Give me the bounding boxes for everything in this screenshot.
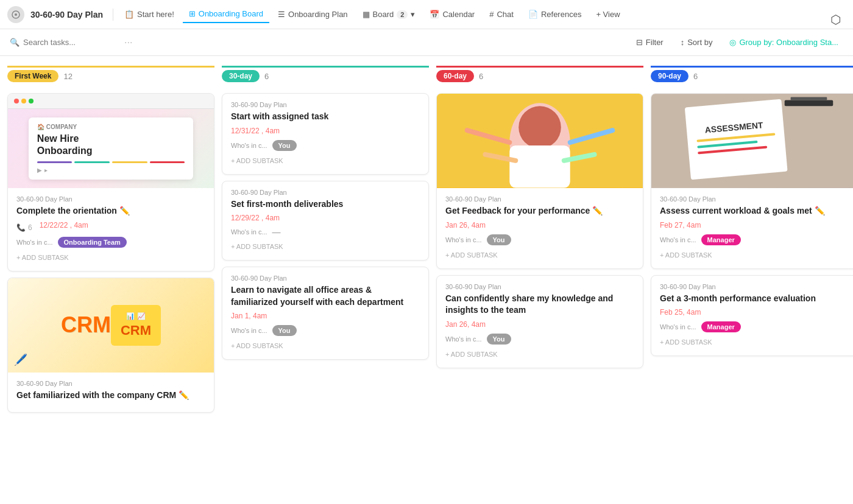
app-icon bbox=[7, 6, 24, 23]
card-fw2-body: 30-60-90 Day Plan Get familiarized with … bbox=[8, 373, 214, 413]
search-input[interactable] bbox=[23, 38, 121, 47]
card-td2-meta: Who's in c... — bbox=[231, 227, 420, 237]
card-sd1-date: Jan 26, 4am bbox=[445, 221, 634, 229]
card-td1-date: 12/31/22 , 4am bbox=[231, 127, 420, 135]
card-td3-body: 30-60-90 Day Plan Learn to navigate all … bbox=[222, 267, 428, 359]
nav-chat-label: Chat bbox=[497, 10, 513, 19]
column-30day: 30-day 6 30-60-90 Day Plan Start with as… bbox=[222, 66, 429, 360]
whos-in-label-sd2: Who's in c... bbox=[445, 335, 482, 343]
nav-onboarding-plan[interactable]: ☰ Onboarding Plan bbox=[272, 6, 354, 23]
column-header-first-week: First Week 12 bbox=[7, 66, 214, 87]
group-by-button[interactable]: ◎ Group by: Onboarding Sta... bbox=[724, 35, 843, 49]
group-by-label: Group by: Onboarding Sta... bbox=[739, 38, 838, 47]
nav-onboarding-board[interactable]: ⊞ Onboarding Board bbox=[183, 5, 269, 23]
card-sd2-meta: Who's in c... You bbox=[445, 334, 634, 345]
card-nd1[interactable]: ASSESSMENT 30-60-90 Day Plan Assess curr… bbox=[651, 93, 853, 269]
whos-in-label-sd1: Who's in c... bbox=[445, 236, 482, 243]
svg-rect-16 bbox=[785, 100, 834, 106]
search-icon: 🔍 bbox=[10, 38, 19, 47]
whos-in-label-td3: Who's in c... bbox=[231, 327, 267, 334]
assignee-dash-td2: — bbox=[272, 227, 281, 237]
nav-calendar[interactable]: 📅 Calendar bbox=[423, 6, 481, 23]
card-td3-project: 30-60-90 Day Plan bbox=[231, 275, 420, 282]
column-count-30day: 6 bbox=[264, 72, 269, 81]
sort-button[interactable]: ↕ Sort by bbox=[676, 35, 718, 49]
card-nd2[interactable]: 30-60-90 Day Plan Get a 3-month performa… bbox=[651, 275, 853, 357]
company-logo: 🏠COMPANY bbox=[37, 124, 185, 130]
card-td3-meta: Who's in c... You bbox=[231, 325, 420, 336]
card-sd2[interactable]: 30-60-90 Day Plan Can confidently share … bbox=[436, 275, 643, 368]
assignee-badge-you-sd2: You bbox=[487, 334, 511, 345]
card-project-label: 30-60-90 Day Plan bbox=[16, 195, 205, 203]
assignee-badge-you-sd1: You bbox=[487, 234, 511, 245]
card-td2-date: 12/29/22 , 4am bbox=[231, 214, 420, 222]
add-subtask-button-nd2[interactable]: + ADD SUBTASK bbox=[660, 336, 849, 348]
svg-point-1 bbox=[15, 13, 17, 16]
whos-in-label-nd2: Who's in c... bbox=[660, 323, 696, 331]
assignee-badge-you-td1: You bbox=[272, 140, 297, 151]
card-sd2-date: Jan 26, 4am bbox=[445, 320, 634, 329]
nav-separator bbox=[113, 9, 113, 21]
column-60day: 60-day 6 bbox=[436, 66, 643, 368]
add-subtask-button-nd1[interactable]: + ADD SUBTASK bbox=[660, 249, 849, 261]
card-nd1-meta: Who's in c... Manager bbox=[660, 234, 849, 245]
column-badge-first-week: First Week bbox=[7, 70, 58, 82]
column-count-90day: 6 bbox=[693, 72, 698, 81]
column-count-first-week: 12 bbox=[63, 72, 72, 81]
add-subtask-button-td3[interactable]: + ADD SUBTASK bbox=[231, 340, 420, 352]
card-td2-title: Set first-month deliverables bbox=[231, 198, 420, 211]
card-fw1-title: Complete the orientation ✏️ bbox=[16, 205, 205, 217]
add-subtask-button-sd1[interactable]: + ADD SUBTASK bbox=[445, 249, 634, 261]
card-fw2[interactable]: 📊 📈 CRM 🖊️ 30-60-90 Day Plan Get familia… bbox=[7, 278, 214, 413]
card-nd1-body: 30-60-90 Day Plan Assess current workloa… bbox=[651, 188, 853, 268]
nav-chat[interactable]: # Chat bbox=[483, 6, 520, 23]
card-sd1-meta: Who's in c... You bbox=[445, 234, 634, 245]
card-nd2-meta: Who's in c... Manager bbox=[660, 321, 849, 332]
column-badge-30day: 30-day bbox=[222, 70, 260, 82]
nav-onboarding-board-label: Onboarding Board bbox=[199, 9, 263, 18]
card-sd1-title: Get Feedback for your performance ✏️ bbox=[445, 205, 634, 217]
card-td1-title: Start with assigned task bbox=[231, 111, 420, 123]
new-hire-title: New HireOnboarding bbox=[37, 133, 185, 156]
nav-board[interactable]: ▦ Board 2 ▾ bbox=[356, 6, 422, 23]
nav-calendar-label: Calendar bbox=[442, 10, 475, 19]
board-chevron-icon: ▾ bbox=[411, 10, 415, 19]
card-nd2-title: Get a 3-month performance evaluation bbox=[660, 293, 849, 305]
card-sd2-project: 30-60-90 Day Plan bbox=[445, 283, 634, 290]
card-td3[interactable]: 30-60-90 Day Plan Learn to navigate all … bbox=[222, 267, 429, 360]
onboarding-board-icon: ⊞ bbox=[189, 9, 196, 18]
column-header-30day: 30-day 6 bbox=[222, 66, 429, 87]
whos-in-label-td1: Who's in c... bbox=[231, 142, 267, 149]
card-nd2-date: Feb 25, 4am bbox=[660, 308, 849, 317]
calendar-icon: 📅 bbox=[430, 10, 439, 19]
card-fw1[interactable]: 🏠COMPANY New HireOnboarding ▶▸ ⬡ bbox=[7, 93, 214, 271]
toolbar: 🔍 ··· ⊟ Filter ↕ Sort by ◎ Group by: Onb… bbox=[0, 29, 853, 56]
card-sd1-project: 30-60-90 Day Plan bbox=[445, 195, 634, 203]
nav-plus-view[interactable]: + View bbox=[590, 6, 626, 23]
card-td1[interactable]: 30-60-90 Day Plan Start with assigned ta… bbox=[222, 93, 429, 175]
filter-button[interactable]: ⊟ Filter bbox=[631, 35, 668, 49]
nav-start-here[interactable]: 📋 Start here! bbox=[118, 6, 180, 23]
browser-frame bbox=[8, 94, 214, 109]
card-subtask-count: 📞 6 12/22/22 , 4am bbox=[16, 221, 205, 234]
nav-references[interactable]: 📄 References bbox=[522, 6, 587, 23]
card-sd1[interactable]: 30-60-90 Day Plan Get Feedback for your … bbox=[436, 93, 643, 269]
onboarding-inner-card: 🏠COMPANY New HireOnboarding ▶▸ bbox=[29, 117, 193, 179]
references-icon: 📄 bbox=[528, 10, 538, 19]
more-options-icon[interactable]: ··· bbox=[124, 37, 132, 48]
assignee-badge-onboarding-team: Onboarding Team bbox=[58, 237, 127, 248]
column-header-90day: 90-day 6 bbox=[651, 66, 853, 87]
column-90day: 90-day 6 ASSESSMENT bbox=[651, 66, 853, 356]
add-subtask-button-fw1[interactable]: + ADD SUBTASK bbox=[16, 251, 205, 264]
card-td2[interactable]: 30-60-90 Day Plan Set first-month delive… bbox=[222, 181, 429, 261]
project-title: 30-60-90 Day Plan bbox=[30, 10, 103, 19]
assignee-badge-you-td3: You bbox=[272, 325, 297, 336]
chat-icon: # bbox=[489, 10, 494, 19]
filter-icon: ⊟ bbox=[636, 38, 643, 47]
svg-rect-5 bbox=[509, 145, 570, 188]
add-subtask-button-sd2[interactable]: + ADD SUBTASK bbox=[445, 348, 634, 360]
add-subtask-button-td1[interactable]: + ADD SUBTASK bbox=[231, 155, 420, 167]
column-first-week: First Week 12 🏠COMPANY New HireOnboardin… bbox=[7, 66, 214, 413]
add-subtask-button-td2[interactable]: + ADD SUBTASK bbox=[231, 240, 420, 253]
subtask-number: 6 bbox=[28, 223, 32, 232]
